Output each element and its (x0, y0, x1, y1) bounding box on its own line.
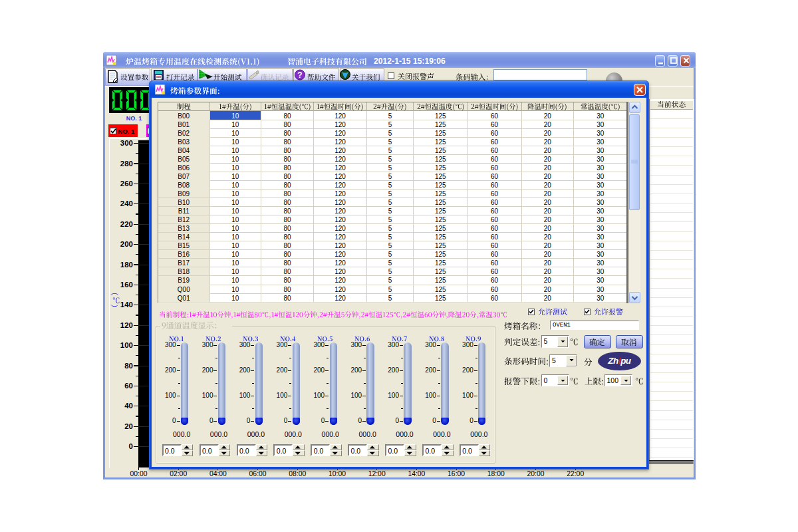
svg-text:?: ? (297, 70, 302, 80)
